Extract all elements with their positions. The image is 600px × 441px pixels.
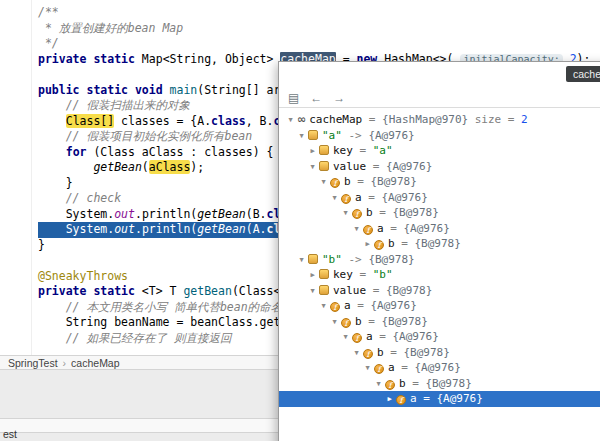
tree-token: value [333,160,366,173]
tree-token: = [384,346,404,359]
tree-token: a [410,392,417,405]
tree-token: a [366,330,373,343]
tree-token: "a" [322,129,342,142]
popup-toolbar: ▤←→ [279,88,600,108]
tree-row[interactable]: ▶fb = {B@978} [279,236,600,252]
collapse-icon[interactable]: ▼ [373,377,384,393]
tree-token: b [399,377,406,390]
collapse-icon[interactable]: ▼ [329,191,340,207]
breadcrumb-item[interactable]: cacheMap [71,357,119,369]
tree-token: {B@978} [426,377,472,390]
tree-row[interactable]: ▼value = {A@976} [279,159,600,175]
watch-icon: ∞ [297,112,306,128]
expand-icon[interactable]: ▶ [384,392,395,408]
field-icon: f [396,395,406,405]
tree-row[interactable]: ▼value = {B@978} [279,283,600,299]
expand-icon[interactable]: ▶ [307,268,318,284]
tree-token: "a" [373,144,393,157]
collapse-icon[interactable]: ▼ [340,330,351,346]
tree-token: = [417,392,437,405]
code-token: private static [38,284,142,298]
collapse-icon[interactable]: ▼ [351,222,362,238]
back-icon[interactable]: ← [310,92,322,104]
tree-row[interactable]: ▼fb = {B@978} [279,205,600,221]
tree-token: {B@978} [368,253,414,266]
tree-row[interactable]: ▶key = "a" [279,143,600,159]
tree-row[interactable]: ▶fa = {A@976} [279,391,600,407]
tree-token: -> [342,129,369,142]
breadcrumb-item[interactable]: SpringTest [8,357,58,369]
tree-token: -> [342,253,369,266]
collapse-icon[interactable]: ▼ [296,253,307,269]
tree-row[interactable]: ▼fa = {A@976} [279,298,600,314]
tree-token: = [395,237,415,250]
tree-token: {A@976} [393,330,439,343]
collapse-icon[interactable]: ▼ [296,129,307,145]
expand-icon[interactable]: ▶ [307,144,318,160]
tree-token: = [373,206,393,219]
view-options-icon[interactable]: ▤ [288,92,299,104]
tree-token: a [377,222,384,235]
tree-token: {A@976} [382,191,428,204]
collapse-icon[interactable]: ▼ [307,284,318,300]
entry-icon [308,130,318,140]
expand-icon[interactable]: ▶ [362,237,373,253]
forward-icon[interactable]: → [333,92,345,104]
tree-token: = [362,113,382,126]
tree-token: {A@976} [404,222,450,235]
tree-token: b [388,237,395,250]
value-icon [319,285,329,295]
tree-row[interactable]: ▼fb = {B@978} [279,174,600,190]
code-token: ( [142,160,149,174]
tree-token: key [333,144,353,157]
code-token: for [66,145,94,159]
code-line[interactable]: */ [38,36,600,52]
collapse-icon[interactable]: ▼ [285,113,296,129]
collapse-icon[interactable]: ▼ [318,175,329,191]
code-token: @SneakyThrows [38,269,128,283]
tree-row[interactable]: ▼fb = {B@978} [279,376,600,392]
field-icon: f [341,194,351,204]
code-token: public static void [38,83,170,97]
debugger-inspect-popup: cacheMap ▤←→ ▼∞cacheMap = {HashMap@970} … [278,61,600,441]
code-token: ); [190,160,204,174]
collapse-icon[interactable]: ▼ [340,206,351,222]
popup-title-chip: cacheMap [566,66,600,82]
tree-token: = [362,315,382,328]
tree-row[interactable]: ▼fb = {B@978} [279,345,600,361]
tree-row[interactable]: ▼fa = {A@976} [279,221,600,237]
code-line[interactable]: * 放置创建好的bean Map [38,21,600,37]
collapse-icon[interactable]: ▼ [318,299,329,315]
tree-token: {A@976} [437,392,483,405]
code-token: */ [38,36,59,50]
tree-token: {A@976} [368,129,414,142]
code-token: getBean [93,160,141,174]
tree-token: b [355,315,362,328]
tree-row[interactable]: ▼∞cacheMap = {HashMap@970} size = 2 [279,112,600,128]
collapse-icon[interactable]: ▼ [329,315,340,331]
entry-icon [308,254,318,264]
code-token: getBean [183,284,231,298]
tree-row[interactable]: ▼fa = {A@976} [279,329,600,345]
code-token: main [170,83,198,97]
tree-row[interactable]: ▼fa = {A@976} [279,190,600,206]
tree-row[interactable]: ▼"b" -> {B@978} [279,252,600,268]
code-token: <T> T [142,284,184,298]
tree-token: = [366,160,386,173]
tree-row[interactable]: ▼fa = {A@976} [279,360,600,376]
tree-row[interactable]: ▼fb = {B@978} [279,314,600,330]
tree-token: cacheMap [309,113,362,126]
tree-token: {B@978} [371,175,417,188]
code-token: (A. [246,222,267,236]
code-token: Map<String, Object> [142,52,280,66]
tree-token: "b" [373,268,393,281]
code-token: System. [38,207,114,221]
tree-token: b [366,206,373,219]
collapse-icon[interactable]: ▼ [351,346,362,362]
code-line[interactable]: /** [38,5,600,21]
variables-tree: ▼∞cacheMap = {HashMap@970} size = 2▼"a" … [279,108,600,441]
tree-row[interactable]: ▶key = "b" [279,267,600,283]
collapse-icon[interactable]: ▼ [307,160,318,176]
collapse-icon[interactable]: ▼ [362,361,373,377]
tree-row[interactable]: ▼"a" -> {A@976} [279,128,600,144]
